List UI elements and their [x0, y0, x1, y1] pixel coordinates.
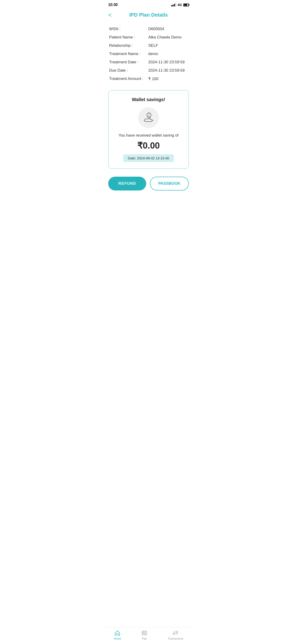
wallet-amount: ₹0.00 — [113, 140, 184, 151]
treatment-name-row: Treatment Name : demo — [109, 50, 188, 58]
due-date-row: Due Date : 2024-11-30 23:59:59 — [109, 66, 188, 75]
relationship-label: Relationship : — [109, 43, 148, 48]
wallet-title: Wallet savings! — [113, 97, 184, 102]
status-bar: 10:30 4G — [104, 0, 194, 9]
header: < IPD Plan Details — [104, 9, 194, 22]
treatment-amount-row: Treatment Amount : ₹ 100 — [109, 75, 188, 83]
details-section: WSN : D600504 Patient Name : Alka Chawla… — [104, 22, 194, 88]
action-buttons: REFUND PASSBOOK — [104, 174, 194, 196]
status-icons: 4G — [171, 3, 189, 7]
treatment-amount-value: ₹ 100 — [148, 76, 158, 81]
refund-button[interactable]: REFUND — [108, 177, 146, 190]
page-title: IPD Plan Details — [129, 12, 168, 18]
wallet-icon-circle: ₹ — [138, 107, 159, 128]
treatment-name-value: demo — [148, 52, 158, 56]
svg-text:₹: ₹ — [148, 114, 150, 116]
relationship-row: Relationship : SELF — [109, 42, 188, 50]
wsn-value: D600504 — [148, 27, 164, 31]
wallet-description: You have received wallet saving of — [113, 133, 184, 138]
wallet-card: Wallet savings! ₹ You have received wall… — [108, 90, 189, 169]
status-time: 10:30 — [108, 3, 118, 7]
treatment-amount-label: Treatment Amount : — [109, 76, 148, 81]
treatment-date-row: Treatment Date : 2024-11-30 23:59:59 — [109, 58, 188, 66]
patient-name-row: Patient Name : Alka Chawla Demo — [109, 33, 188, 42]
back-button[interactable]: < — [108, 12, 112, 18]
network-label: 4G — [178, 3, 182, 7]
battery-icon — [183, 4, 189, 6]
treatment-date-value: 2024-11-30 23:59:59 — [148, 60, 185, 64]
wsn-row: WSN : D600504 — [109, 25, 188, 33]
due-date-label: Due Date : — [109, 68, 148, 73]
patient-name-value: Alka Chawla Demo — [148, 35, 182, 40]
treatment-date-label: Treatment Date : — [109, 60, 148, 64]
patient-name-label: Patient Name : — [109, 35, 148, 40]
passbook-button[interactable]: PASSBOOK — [150, 177, 189, 190]
relationship-value: SELF — [148, 43, 158, 48]
wallet-savings-icon: ₹ — [143, 112, 154, 124]
treatment-name-label: Treatment Name : — [109, 52, 148, 56]
due-date-value: 2024-11-30 23:59:59 — [148, 68, 185, 73]
signal-icon — [171, 3, 176, 6]
wsn-label: WSN : — [109, 27, 148, 31]
wallet-date-badge: Date: 2024-08-02 14:15:40 — [123, 154, 174, 162]
